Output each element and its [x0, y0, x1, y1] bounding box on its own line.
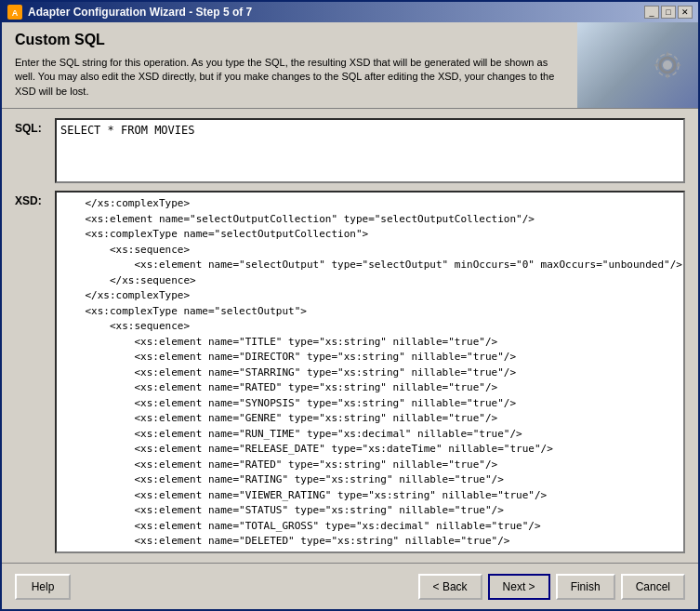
- back-button[interactable]: < Back: [418, 574, 482, 600]
- bottom-bar: Help < Back Next > Finish Cancel: [2, 563, 698, 609]
- minimize-button[interactable]: _: [644, 6, 659, 19]
- help-button[interactable]: Help: [15, 574, 71, 600]
- page-title: Custom SQL: [15, 32, 564, 48]
- header-section: Custom SQL Enter the SQL string for this…: [2, 22, 698, 109]
- sql-input[interactable]: SELECT * FROM MOVIES: [55, 118, 685, 183]
- cancel-button[interactable]: Cancel: [621, 574, 685, 600]
- xsd-container: XSD: </xs:complexType> <xs:element name=…: [15, 191, 685, 553]
- xsd-content[interactable]: </xs:complexType> <xs:element name="sele…: [55, 191, 685, 553]
- sql-label: SQL:: [15, 118, 47, 135]
- maximize-button[interactable]: □: [661, 6, 676, 19]
- title-bar-left: A Adapter Configuration Wizard - Step 5 …: [7, 5, 252, 20]
- sql-field-row: SQL: SELECT * FROM MOVIES: [15, 118, 685, 183]
- bottom-right: < Back Next > Finish Cancel: [418, 574, 685, 600]
- main-content: SQL: SELECT * FROM MOVIES XSD: </xs:comp…: [2, 109, 698, 563]
- window-title: Adapter Configuration Wizard - Step 5 of…: [28, 6, 252, 19]
- xsd-field-row: XSD: </xs:complexType> <xs:element name=…: [15, 191, 685, 553]
- title-buttons: _ □ ✕: [644, 6, 693, 19]
- content-area: Custom SQL Enter the SQL string for this…: [2, 22, 698, 609]
- next-button[interactable]: Next >: [488, 574, 550, 600]
- app-icon: A: [7, 5, 22, 20]
- close-button[interactable]: ✕: [678, 6, 693, 19]
- header-graphic: [577, 22, 698, 108]
- header-left: Custom SQL Enter the SQL string for this…: [2, 22, 577, 108]
- bottom-left: Help: [15, 574, 71, 600]
- svg-point-4: [663, 60, 672, 70]
- xsd-label: XSD:: [15, 191, 47, 207]
- title-bar: A Adapter Configuration Wizard - Step 5 …: [2, 2, 698, 22]
- header-description: Enter the SQL string for this operation.…: [15, 56, 564, 99]
- finish-button[interactable]: Finish: [556, 574, 615, 600]
- svg-text:A: A: [12, 8, 19, 18]
- gear-icon: [644, 42, 691, 88]
- window: A Adapter Configuration Wizard - Step 5 …: [0, 0, 700, 611]
